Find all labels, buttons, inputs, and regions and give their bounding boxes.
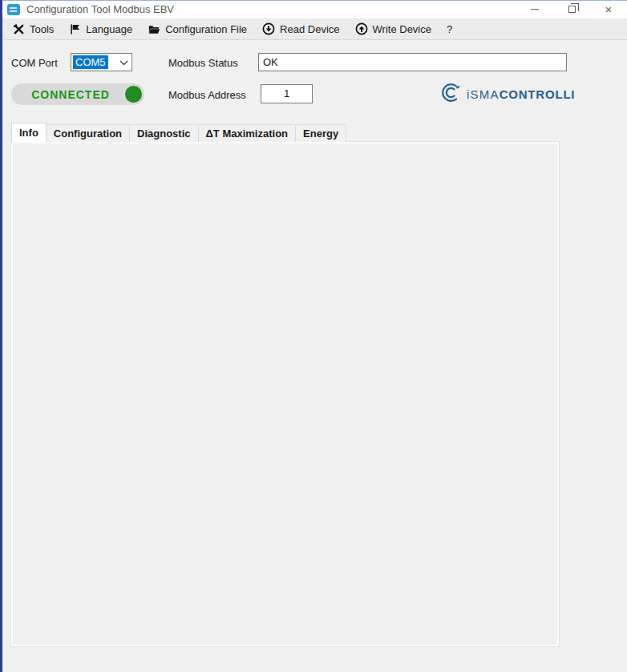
com-port-label: COM Port (11, 57, 58, 69)
com-port-selected-value: COM5 (73, 55, 108, 69)
modbus-status-field[interactable]: OK (258, 53, 567, 71)
menubar: Tools Language Configuration File Read D… (0, 18, 627, 40)
download-circle-icon (262, 22, 275, 35)
tab-panel-info (11, 142, 559, 646)
tab-info[interactable]: Info (11, 123, 47, 142)
menu-tools-label: Tools (30, 23, 54, 35)
menu-read-device-label: Read Device (280, 23, 339, 35)
tab-configuration[interactable]: Configuration (46, 124, 130, 142)
tabstrip: Info Configuration Diagnostic ΔT Maximiz… (11, 123, 346, 142)
brand-logo: iSMACONTROLLI (440, 83, 575, 105)
menu-configuration-file[interactable]: Configuration File (141, 18, 256, 39)
menu-language[interactable]: Language (63, 18, 141, 39)
menu-write-device[interactable]: Write Device (349, 18, 440, 39)
modbus-address-label: Modbus Address (168, 89, 246, 101)
connected-status-label: CONNECTED (31, 88, 110, 101)
connected-status-button[interactable]: CONNECTED (11, 83, 144, 105)
window-title: Configuration Tool Modbus EBV (26, 3, 174, 15)
window-frame-top (0, 0, 627, 1)
connected-status-dot (125, 86, 142, 103)
close-icon: × (605, 3, 613, 15)
close-button[interactable]: × (590, 0, 627, 18)
isma-controlli-logo-icon (440, 82, 462, 106)
menu-help[interactable]: ? (440, 18, 461, 39)
restore-icon (568, 6, 576, 13)
menu-language-label: Language (86, 23, 132, 35)
menu-tools[interactable]: Tools (6, 18, 63, 39)
window-frame-accent (0, 0, 2, 672)
modbus-status-label: Modbus Status (168, 57, 238, 69)
menu-help-label: ? (447, 23, 452, 35)
folder-icon (148, 23, 160, 35)
tab-diagnostic[interactable]: Diagnostic (129, 124, 198, 142)
minimize-icon (531, 9, 539, 10)
titlebar: Configuration Tool Modbus EBV × (0, 0, 627, 18)
menu-read-device[interactable]: Read Device (256, 18, 348, 39)
menu-write-device-label: Write Device (373, 23, 431, 35)
app-icon (7, 4, 20, 15)
brand-logo-text: iSMACONTROLLI (467, 87, 575, 101)
tools-icon (13, 23, 25, 35)
tab-dt-maximization[interactable]: ΔT Maximization (198, 124, 297, 142)
com-port-select[interactable]: COM5 (71, 53, 132, 71)
window-controls: × (516, 0, 627, 18)
minimize-button[interactable] (516, 0, 553, 18)
tab-energy[interactable]: Energy (295, 124, 346, 142)
flag-icon (69, 23, 81, 35)
modbus-address-field[interactable]: 1 (261, 84, 313, 103)
upload-circle-icon (355, 22, 368, 35)
restore-button[interactable] (553, 0, 590, 18)
chevron-down-icon (119, 56, 128, 68)
app-window: Configuration Tool Modbus EBV × Tools La… (0, 0, 627, 672)
menu-configuration-file-label: Configuration File (165, 23, 247, 35)
